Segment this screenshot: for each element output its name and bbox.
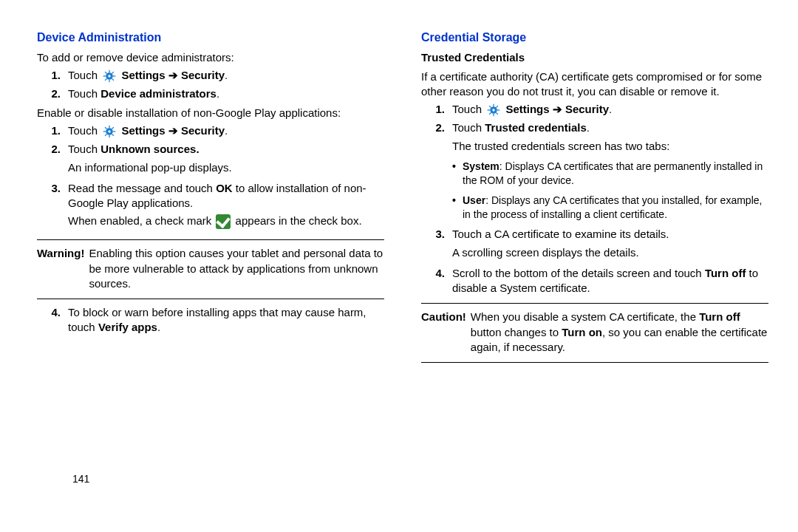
divider [421, 362, 768, 363]
step-number: 3. [421, 227, 452, 263]
step-number: 2. [421, 120, 452, 157]
text: Touch [68, 124, 100, 137]
text: Touch a CA certificate to examine its de… [452, 227, 768, 242]
settings-label: Settings [121, 124, 165, 137]
text: An informational pop-up displays. [68, 160, 384, 175]
step-1: 1. Touch Settings ➔ Security. [37, 68, 384, 83]
section-title-credential-storage: Credential Storage [421, 30, 768, 46]
arrow-icon: ➔ [168, 124, 178, 137]
turn-on-label: Turn on [562, 326, 602, 338]
settings-label: Settings [505, 103, 549, 115]
step-number: 1. [37, 68, 68, 83]
caution-label: Caution! [421, 310, 471, 355]
step-number: 4. [421, 266, 452, 296]
security-label: Security [181, 69, 225, 81]
text: : Displays CA certificates that are perm… [463, 160, 763, 186]
step-2: 2. Touch Trusted credentials. The truste… [421, 120, 768, 157]
settings-icon [102, 69, 117, 83]
settings-icon [486, 103, 501, 117]
turn-off-label: Turn off [705, 267, 746, 279]
intro-text: To add or remove device administrators: [37, 50, 384, 65]
text: Touch [452, 121, 485, 134]
text: appears in the check box. [232, 214, 361, 227]
step-number: 1. [37, 123, 68, 139]
step-number: 2. [37, 142, 68, 178]
bullet-dot: • [452, 160, 463, 188]
unknown-sources-label: Unknown sources. [100, 143, 199, 155]
text: : Displays any CA certificates that you … [463, 194, 762, 220]
warning-label: Warning! [37, 246, 89, 291]
warning-notice: Warning! Enabling this option causes you… [37, 246, 384, 291]
subsection-trusted-credentials: Trusted Credentials [421, 50, 768, 65]
security-label: Security [181, 124, 225, 137]
step-number: 1. [421, 102, 452, 117]
text: Read the message and touch [68, 182, 216, 194]
right-column: Credential Storage Trusted Credentials I… [421, 30, 768, 369]
arrow-icon: ➔ [168, 69, 178, 81]
device-administrators-label: Device administrators [100, 87, 216, 100]
ok-label: OK [216, 182, 233, 194]
text: A scrolling screen displays the details. [452, 245, 768, 260]
caution-notice: Caution! When you disable a system CA ce… [421, 310, 768, 355]
step-2b: 2. Touch Unknown sources. An information… [37, 142, 384, 178]
step-2: 2. Touch Device administrators. [37, 86, 384, 101]
arrow-icon: ➔ [553, 103, 562, 115]
step-4: 4. Scroll to the bottom of the details s… [421, 266, 768, 296]
step-1b: 1. Touch Settings ➔ Security. [37, 123, 384, 139]
text: button changes to [471, 326, 562, 338]
left-column: Device Administration To add or remove d… [37, 30, 384, 369]
step-number: 2. [37, 86, 68, 101]
text: When you disable a system CA certificate… [471, 310, 699, 323]
text: When enabled, a check mark [68, 214, 214, 227]
text: Touch [452, 103, 485, 115]
step-number: 4. [37, 305, 68, 335]
divider [421, 303, 768, 304]
step-3: 3. Read the message and touch OK to allo… [37, 181, 384, 233]
system-label: System [463, 160, 499, 172]
turn-off-label: Turn off [699, 310, 740, 323]
page-number: 141 [72, 473, 89, 485]
step-1: 1. Touch Settings ➔ Security. [421, 102, 768, 117]
intro-text: If a certificate authority (CA) certific… [421, 69, 768, 100]
step-number: 3. [37, 181, 68, 233]
section-title-device-administration: Device Administration [37, 30, 384, 46]
bullet-dot: • [452, 194, 463, 222]
text: Touch [68, 69, 100, 81]
user-label: User [463, 194, 485, 206]
trusted-credentials-label: Trusted credentials [485, 121, 587, 134]
bullet-user: • User: Displays any CA certificates tha… [452, 194, 768, 222]
settings-label: Settings [121, 69, 165, 81]
text: The trusted credentials screen has two t… [452, 139, 768, 154]
verify-apps-label: Verify apps [98, 321, 157, 333]
checkmark-icon [216, 214, 231, 229]
step-3: 3. Touch a CA certificate to examine its… [421, 227, 768, 263]
divider [37, 299, 384, 299]
settings-icon [102, 124, 117, 139]
divider [37, 239, 384, 240]
security-label: Security [565, 103, 609, 115]
text: Scroll to the bottom of the details scre… [452, 267, 705, 279]
step-4: 4. To block or warn before installing ap… [37, 305, 384, 335]
bullet-system: • System: Displays CA certificates that … [452, 160, 768, 188]
text: Touch [68, 143, 100, 155]
text: Touch [68, 87, 100, 100]
paragraph: Enable or disable installation of non-Go… [37, 106, 384, 120]
warning-text: Enabling this option causes your tablet … [89, 246, 384, 291]
